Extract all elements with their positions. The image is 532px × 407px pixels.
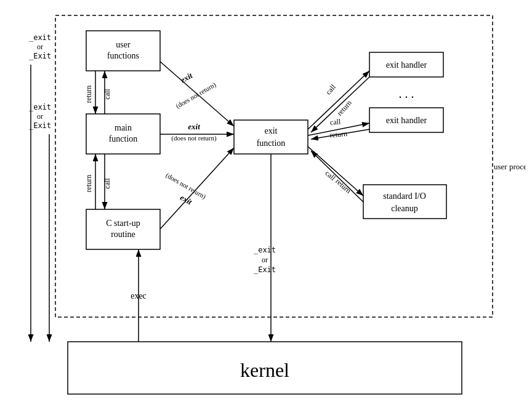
return-label-stdio: return [334, 177, 353, 195]
exit-label-user: exit [179, 71, 195, 85]
exit-function-box [234, 120, 308, 154]
user-process-label: user process [494, 162, 526, 171]
main-function-label: main [115, 123, 132, 132]
exec-label: exec [131, 291, 147, 300]
call-label-handler2: call [329, 117, 341, 127]
call-label-handler1: call [324, 83, 337, 97]
svg-text:function: function [109, 134, 138, 143]
exit-left-mid-label: _exit [29, 103, 51, 111]
user-functions-label: user [116, 40, 131, 49]
or-label-1: or [37, 42, 43, 51]
dots-label: · · · [399, 91, 414, 104]
Exit-bottom-label: _Exit [254, 265, 276, 274]
return-label-2: return [84, 175, 93, 193]
exit-label-main: exit [188, 122, 200, 131]
stdio-cleanup-box [363, 185, 446, 219]
return-label-handler2: return [329, 129, 348, 139]
Exit-left-mid-label: _Exit [29, 121, 51, 130]
call-exit-to-stdio-arrow [308, 147, 363, 196]
stdio-cleanup-label: standard I/O [383, 191, 426, 201]
exit-left-top-label: _exit [29, 33, 51, 42]
return-stdio-to-exit-arrow [311, 151, 363, 202]
c-startup-label: C start-up [106, 219, 140, 228]
exit-function-label: exit [265, 126, 278, 135]
return-label-1: return [84, 86, 93, 103]
exit-bottom-label: _exit [254, 246, 276, 254]
Exit-left-top-label: _Exit [29, 52, 51, 60]
exit-handler1-label: exit handler [386, 60, 427, 70]
exit-handler2-label: exit handler [386, 116, 427, 125]
call-label-2: call [103, 178, 111, 189]
diagram-container: user process kernel user functions main … [6, 6, 526, 401]
or-label-2: or [37, 112, 43, 121]
svg-text:functions: functions [107, 51, 139, 60]
or-label-3: or [262, 256, 268, 264]
svg-text:cleanup: cleanup [391, 204, 418, 213]
exit-does-not-return-1: (does not return) [171, 134, 217, 142]
svg-text:function: function [257, 139, 286, 148]
svg-text:routine: routine [111, 230, 135, 239]
call-label-1: call [103, 89, 111, 100]
kernel-label: kernel [240, 359, 289, 381]
